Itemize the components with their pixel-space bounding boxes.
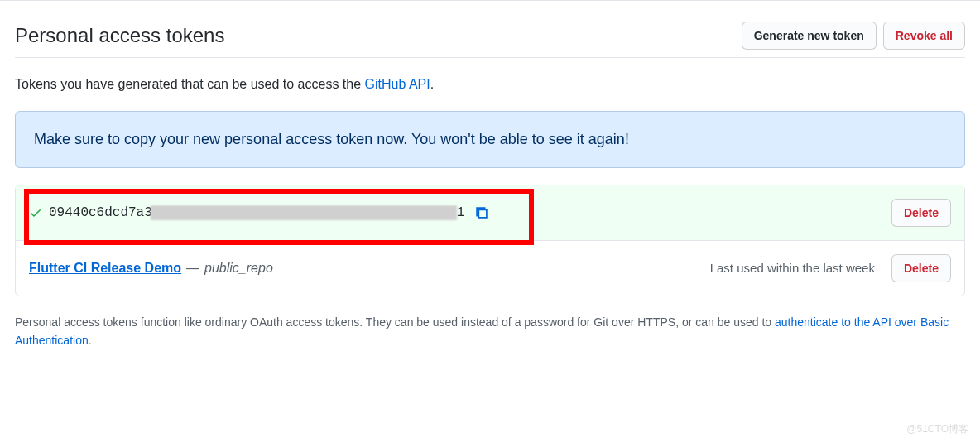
description-suffix: .: [430, 77, 434, 91]
revoke-all-button[interactable]: Revoke all: [883, 22, 965, 50]
token-scope: public_repo: [204, 258, 273, 278]
header-actions: Generate new token Revoke all: [742, 22, 965, 50]
token-row: Flutter CI Release Demo — public_repo La…: [16, 241, 964, 296]
dash-separator: —: [186, 258, 199, 278]
token-list: 09440c6dcd7a31 Delete Flutter CI Release…: [15, 185, 965, 296]
generate-new-token-button[interactable]: Generate new token: [742, 22, 877, 50]
page-header: Personal access tokens Generate new toke…: [15, 21, 965, 58]
page-title: Personal access tokens: [15, 21, 224, 51]
description-prefix: Tokens you have generated that can be us…: [15, 77, 365, 91]
check-icon: [29, 206, 42, 219]
token-suffix: 1: [457, 205, 465, 220]
new-token-row: 09440c6dcd7a31 Delete: [16, 185, 964, 241]
copy-token-icon[interactable]: [474, 205, 489, 220]
github-api-link[interactable]: GitHub API: [365, 77, 430, 91]
delete-token-button[interactable]: Delete: [891, 199, 951, 227]
copy-token-warning: Make sure to copy your new personal acce…: [15, 111, 965, 168]
footer-text-1: Personal access tokens function like ord…: [15, 315, 775, 329]
token-meta-actions: Last used within the last week Delete: [710, 254, 951, 282]
token-info: Flutter CI Release Demo — public_repo: [29, 258, 710, 278]
token-redacted: [151, 205, 457, 220]
footer-description: Personal access tokens function like ord…: [15, 313, 965, 350]
token-value: 09440c6dcd7a31: [49, 203, 464, 223]
delete-token-button[interactable]: Delete: [891, 254, 951, 282]
token-value-area: 09440c6dcd7a31: [29, 203, 891, 223]
footer-text-2: .: [89, 334, 92, 347]
tokens-description: Tokens you have generated that can be us…: [15, 75, 965, 94]
token-name-link[interactable]: Flutter CI Release Demo: [29, 258, 181, 278]
flash-message: Make sure to copy your new personal acce…: [34, 131, 629, 147]
token-actions: Delete: [891, 199, 951, 227]
last-used-text: Last used within the last week: [710, 259, 875, 278]
token-prefix: 09440c6dcd7a3: [49, 205, 152, 220]
